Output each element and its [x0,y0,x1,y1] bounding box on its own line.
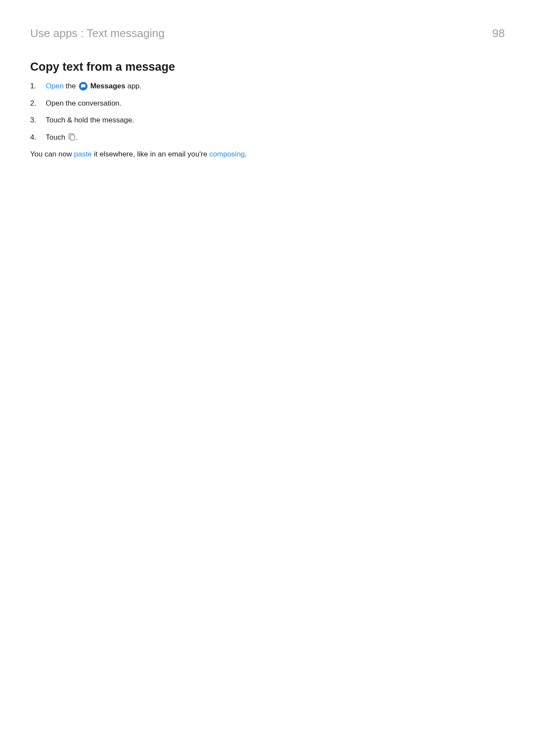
closing-paragraph: You can now paste it elsewhere, like in … [30,149,505,160]
steps-list: Open the Messages app. Open the conversa… [30,81,505,143]
step-1-text-before: the [64,82,78,90]
messages-app-icon [79,82,88,91]
page-header: Use apps : Text messaging 98 [30,27,505,40]
step-1: Open the Messages app. [30,81,505,92]
composing-link[interactable]: composing [210,150,245,158]
step-3: Touch & hold the message. [30,115,505,126]
page-number: 98 [492,27,505,40]
closing-text-2: it elsewhere, like in an email you're [92,150,210,158]
copy-icon [68,133,75,141]
closing-text-1: You can now [30,150,74,158]
step-4: Touch . [30,132,505,143]
step-4-text-before: Touch [46,133,67,141]
open-link[interactable]: Open [46,82,64,90]
section-title: Copy text from a message [30,60,505,74]
svg-rect-2 [70,135,75,140]
breadcrumb: Use apps : Text messaging [30,27,165,40]
closing-text-3: . [245,150,247,158]
step-2: Open the conversation. [30,98,505,109]
paste-link[interactable]: paste [74,150,92,158]
content-area: Copy text from a message Open the Messag… [30,60,505,160]
app-name: Messages [90,82,125,90]
step-1-text-after: app. [125,82,142,90]
step-4-text-after: . [76,133,78,141]
